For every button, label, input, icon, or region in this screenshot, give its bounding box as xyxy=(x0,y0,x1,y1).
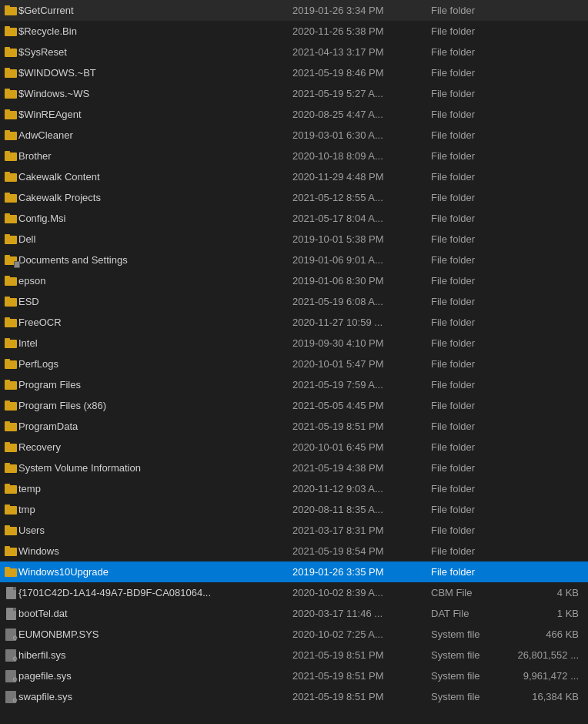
table-row[interactable]: $SysReset2021-04-13 3:17 PMFile folder xyxy=(0,42,588,62)
table-row[interactable]: epson2019-01-06 8:30 PMFile folder xyxy=(0,270,588,291)
file-type: File folder xyxy=(431,192,508,203)
file-type: File folder xyxy=(431,213,508,224)
table-row[interactable]: ProgramData2021-05-19 8:51 PMFile folder xyxy=(0,416,588,437)
file-name: Users xyxy=(18,525,292,536)
table-row[interactable]: $Recycle.Bin2020-11-26 5:38 PMFile folde… xyxy=(0,21,588,42)
file-type: File folder xyxy=(431,150,508,162)
file-type: File folder xyxy=(431,337,508,349)
file-name: Brother xyxy=(18,150,292,162)
file-name: Documents and Settings xyxy=(18,254,292,266)
table-row[interactable]: $WINDOWS.~BT2021-05-19 8:46 PMFile folde… xyxy=(0,62,588,83)
table-row[interactable]: Recovery2020-10-01 6:45 PMFile folder xyxy=(0,437,588,458)
system-file-icon xyxy=(3,628,18,641)
file-date: 2019-10-01 5:38 PM xyxy=(292,233,431,245)
table-row[interactable]: EUMONBMP.SYS2020-10-02 7:25 A...System f… xyxy=(0,624,588,645)
table-row[interactable]: Brother2020-10-18 8:09 A...File folder xyxy=(0,146,588,166)
table-row[interactable]: {1701C42D-1A14-49A7-BD9F-CA081064...2020… xyxy=(0,582,588,603)
folder-icon xyxy=(3,46,18,59)
file-date: 2021-05-19 6:08 A... xyxy=(292,296,431,307)
file-date: 2020-08-25 4:47 A... xyxy=(292,109,431,120)
file-name: $Windows.~WS xyxy=(18,88,292,99)
file-type: File folder xyxy=(431,317,508,328)
folder-icon xyxy=(3,88,18,100)
file-date: 2020-11-12 9:03 A... xyxy=(292,483,431,494)
table-row[interactable]: FreeOCR2020-11-27 10:59 ...File folder xyxy=(0,312,588,333)
file-name: $SysReset xyxy=(18,46,292,58)
file-date: 2019-09-30 4:10 PM xyxy=(292,337,431,349)
folder-icon xyxy=(3,109,18,121)
file-type: File folder xyxy=(431,358,508,370)
table-row[interactable]: temp2020-11-12 9:03 A...File folder xyxy=(0,478,588,499)
system-file-icon xyxy=(3,649,18,662)
file-list: $GetCurrent2019-01-26 3:34 PMFile folder… xyxy=(0,0,588,707)
file-name: Windows xyxy=(18,545,292,557)
table-row[interactable]: $GetCurrent2019-01-26 3:34 PMFile folder xyxy=(0,0,588,21)
file-icon xyxy=(3,587,18,599)
table-row[interactable]: pagefile.sys2021-05-19 8:51 PMSystem fil… xyxy=(0,665,588,686)
file-type: CBM File xyxy=(431,587,508,598)
file-name: {1701C42D-1A14-49A7-BD9F-CA081064... xyxy=(18,587,292,598)
folder-icon xyxy=(3,213,18,225)
file-type: DAT File xyxy=(431,608,508,619)
table-row[interactable]: System Volume Information2021-05-19 4:38… xyxy=(0,458,588,478)
file-name: $Recycle.Bin xyxy=(18,25,292,37)
file-name: $GetCurrent xyxy=(18,5,292,16)
file-type: System file xyxy=(431,670,508,682)
table-row[interactable]: bootTel.dat2020-03-17 11:46 ...DAT File1… xyxy=(0,603,588,624)
file-type: File folder xyxy=(431,379,508,390)
file-name: Config.Msi xyxy=(18,213,292,224)
table-row[interactable]: Dell2019-10-01 5:38 PMFile folder xyxy=(0,229,588,250)
table-row[interactable]: Intel2019-09-30 4:10 PMFile folder xyxy=(0,333,588,354)
folder-icon xyxy=(3,400,18,412)
table-row[interactable]: Cakewalk Content2020-11-29 4:48 PMFile f… xyxy=(0,166,588,187)
file-type: File folder xyxy=(431,483,508,494)
file-name: $WINDOWS.~BT xyxy=(18,67,292,79)
table-row[interactable]: Windows10Upgrade2019-01-26 3:35 PMFile f… xyxy=(0,561,588,582)
file-date: 2021-05-19 8:54 PM xyxy=(292,545,431,557)
folder-icon xyxy=(3,233,18,246)
table-row[interactable]: PerfLogs2020-10-01 5:47 PMFile folder xyxy=(0,354,588,374)
file-date: 2020-10-01 5:47 PM xyxy=(292,358,431,370)
file-name: System Volume Information xyxy=(18,462,292,474)
file-type: File folder xyxy=(431,275,508,287)
system-file-icon xyxy=(3,691,18,703)
table-row[interactable]: Config.Msi2021-05-17 8:04 A...File folde… xyxy=(0,208,588,229)
file-name: Cakewalk Content xyxy=(18,171,292,183)
folder-icon xyxy=(3,67,18,79)
file-type: File folder xyxy=(431,171,508,183)
table-row[interactable]: $Windows.~WS2021-05-19 5:27 A...File fol… xyxy=(0,83,588,104)
file-type: File folder xyxy=(431,46,508,58)
file-size: 16,384 KB xyxy=(508,691,585,702)
table-row[interactable]: Documents and Settings2019-01-06 9:01 A.… xyxy=(0,250,588,270)
file-date: 2021-04-13 3:17 PM xyxy=(292,46,431,58)
table-row[interactable]: swapfile.sys2021-05-19 8:51 PMSystem fil… xyxy=(0,686,588,707)
file-name: PerfLogs xyxy=(18,358,292,370)
file-date: 2021-05-19 8:51 PM xyxy=(292,649,431,661)
folder-icon xyxy=(3,275,18,287)
table-row[interactable]: tmp2020-08-11 8:35 A...File folder xyxy=(0,499,588,520)
table-row[interactable]: $WinREAgent2020-08-25 4:47 A...File fold… xyxy=(0,104,588,125)
table-row[interactable]: Program Files (x86)2021-05-05 4:45 PMFil… xyxy=(0,395,588,416)
file-name: AdwCleaner xyxy=(18,129,292,141)
file-type: File folder xyxy=(431,233,508,245)
table-row[interactable]: Windows2021-05-19 8:54 PMFile folder xyxy=(0,541,588,561)
table-row[interactable]: Cakewalk Projects2021-05-12 8:55 A...Fil… xyxy=(0,187,588,208)
table-row[interactable]: ESD2021-05-19 6:08 A...File folder xyxy=(0,291,588,312)
file-date: 2020-10-01 6:45 PM xyxy=(292,441,431,453)
file-type: File folder xyxy=(431,254,508,266)
folder-icon xyxy=(3,566,18,578)
file-date: 2021-05-19 7:59 A... xyxy=(292,379,431,390)
table-row[interactable]: Program Files2021-05-19 7:59 A...File fo… xyxy=(0,374,588,395)
file-type: File folder xyxy=(431,504,508,515)
table-row[interactable]: Users2021-03-17 8:31 PMFile folder xyxy=(0,520,588,541)
file-type: File folder xyxy=(431,400,508,411)
file-date: 2020-11-27 10:59 ... xyxy=(292,317,431,328)
table-row[interactable]: hiberfil.sys2021-05-19 8:51 PMSystem fil… xyxy=(0,645,588,665)
file-date: 2021-03-17 8:31 PM xyxy=(292,525,431,536)
table-row[interactable]: AdwCleaner2019-03-01 6:30 A...File folde… xyxy=(0,125,588,146)
file-name: Intel xyxy=(18,337,292,349)
folder-icon xyxy=(3,504,18,516)
file-name: EUMONBMP.SYS xyxy=(18,628,292,640)
file-type: File folder xyxy=(431,545,508,557)
file-size: 466 KB xyxy=(508,628,585,640)
